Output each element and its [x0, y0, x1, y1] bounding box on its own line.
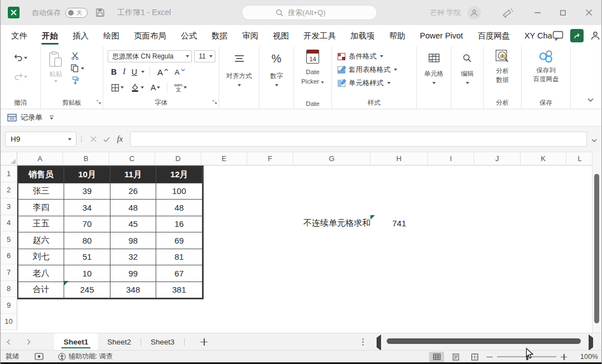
insert-function-button[interactable]: fx	[113, 134, 127, 144]
column-header-h[interactable]: H	[370, 152, 428, 165]
column-header-b[interactable]: B	[63, 152, 109, 165]
table-cell-d3[interactable]: 48	[156, 200, 203, 216]
tab-data[interactable]: 数据	[204, 25, 235, 46]
column-header-e[interactable]: E	[201, 152, 247, 165]
row-header-7[interactable]: 7	[1, 264, 17, 281]
name-box-dropdown[interactable]	[64, 138, 76, 140]
table-header-cell[interactable]: 11月	[110, 167, 156, 183]
tab-addins[interactable]: 加载项	[343, 25, 382, 46]
vertical-scrollbar[interactable]	[592, 152, 601, 333]
alignment-group[interactable]: 对齐方式	[219, 46, 259, 109]
record-form-button[interactable]: 记录单	[7, 113, 54, 123]
horizontal-scrollbar-thumb[interactable]	[387, 338, 581, 344]
enter-formula-button[interactable]	[100, 137, 113, 142]
tab-formulas[interactable]: 公式	[174, 25, 204, 46]
table-cell-c6[interactable]: 32	[110, 249, 156, 266]
italic-button[interactable]: I	[121, 66, 128, 78]
save-to-baidu-button[interactable]: 保存到百度网盘	[533, 50, 559, 84]
table-cell-c3[interactable]: 48	[110, 200, 156, 216]
copy-button[interactable]	[71, 64, 84, 72]
select-all-corner[interactable]	[1, 152, 17, 165]
column-header-k[interactable]: K	[521, 152, 566, 165]
table-cell-d6[interactable]: 81	[156, 249, 203, 266]
editing-group[interactable]: 编辑	[451, 46, 484, 109]
table-cell-c5[interactable]: 98	[110, 232, 156, 249]
row-header-10[interactable]: 10	[1, 314, 17, 331]
column-header-i[interactable]: I	[428, 152, 474, 165]
tab-help[interactable]: 帮助	[382, 25, 413, 46]
table-cell-c8[interactable]: 348	[110, 282, 156, 299]
table-cell-a2[interactable]: 张三	[18, 183, 64, 200]
table-cell-b7[interactable]: 10	[64, 265, 110, 282]
autosave-toggle[interactable]: 关	[65, 8, 88, 18]
table-header-cell[interactable]: 10月	[64, 167, 110, 183]
person-icon[interactable]	[590, 31, 600, 41]
column-header-j[interactable]: J	[474, 152, 521, 165]
table-cell-c7[interactable]: 99	[110, 265, 156, 282]
cell-styles-button[interactable]: 单元格样式	[332, 76, 416, 90]
cancel-formula-button[interactable]	[86, 136, 100, 142]
name-box[interactable]: H9	[5, 132, 76, 147]
row-header-8[interactable]: 8	[1, 281, 17, 298]
new-sheet-button[interactable]	[195, 333, 214, 350]
tab-insert[interactable]: 插入	[65, 25, 96, 46]
column-header-c[interactable]: C	[109, 152, 155, 165]
row-header-5[interactable]: 5	[1, 231, 17, 248]
next-sheet-button[interactable]	[18, 333, 36, 350]
tab-developer[interactable]: 开发工具	[296, 25, 343, 46]
close-button[interactable]	[576, 0, 601, 25]
number-group[interactable]: % 数字	[259, 46, 294, 109]
tab-page-layout[interactable]: 页面布局	[127, 25, 174, 46]
share-icon[interactable]	[570, 29, 584, 42]
zoom-out-button[interactable]	[487, 354, 493, 360]
zoom-in-button[interactable]	[561, 354, 567, 360]
table-cell-b5[interactable]: 80	[64, 232, 110, 249]
sheet-tab-sheet1[interactable]: Sheet1	[54, 333, 98, 350]
table-cell-d4[interactable]: 16	[156, 216, 203, 233]
search-input[interactable]: 搜索(Alt+Q)	[242, 5, 377, 20]
page-break-view-button[interactable]	[467, 352, 482, 362]
note-label-cell-g4[interactable]: 不连续单元格求和	[277, 215, 370, 232]
column-header-g[interactable]: G	[293, 152, 370, 165]
shrink-font-button[interactable]: A	[172, 66, 187, 78]
phonetic-guide-button[interactable]: wén 文	[172, 81, 189, 94]
font-color-button[interactable]: A	[148, 81, 162, 94]
redo-button[interactable]	[12, 71, 30, 83]
table-cell-b3[interactable]: 34	[64, 200, 110, 216]
tab-review[interactable]: 审阅	[235, 25, 266, 46]
tab-scrollbar-splitter[interactable]	[362, 338, 364, 346]
accessibility-status[interactable]: 辅助功能: 调查	[58, 352, 113, 361]
row-header-1[interactable]: 1	[1, 166, 17, 182]
sheet-tab-sheet2[interactable]: Sheet2	[98, 333, 141, 350]
font-name-select[interactable]: 思源黑体 CN Regula	[108, 50, 192, 62]
table-cell-a7[interactable]: 老八	[18, 265, 64, 282]
font-dialog-launcher[interactable]	[213, 96, 217, 106]
fill-color-button[interactable]	[128, 81, 146, 94]
scroll-right-arrow[interactable]	[589, 338, 593, 348]
formula-input[interactable]	[130, 132, 587, 147]
table-cell-a4[interactable]: 王五	[18, 216, 64, 233]
previous-sheet-button[interactable]	[1, 333, 18, 350]
excel-logo-icon[interactable]	[8, 7, 20, 18]
comments-icon[interactable]	[552, 31, 564, 41]
formula-bar-handle[interactable]	[78, 137, 85, 142]
conditional-formatting-button[interactable]: 条件格式	[332, 50, 416, 63]
tab-home[interactable]: 开始	[35, 25, 65, 46]
row-header-3[interactable]: 3	[1, 198, 17, 215]
table-cell-b4[interactable]: 70	[64, 216, 110, 233]
row-header-9[interactable]: 9	[1, 297, 17, 314]
collapse-ribbon-chevron[interactable]	[587, 94, 594, 104]
page-layout-view-button[interactable]	[448, 352, 463, 362]
date-picker-label[interactable]: Date Picker	[299, 67, 327, 86]
table-header-cell[interactable]: 12月	[156, 167, 203, 183]
table-cell-a3[interactable]: 李四	[18, 200, 64, 216]
avatar[interactable]	[468, 6, 481, 20]
whats-new-icon[interactable]	[502, 8, 513, 18]
sheet-tab-sheet3[interactable]: Sheet3	[141, 333, 184, 350]
date-picker-icon[interactable]: 14	[306, 50, 319, 64]
tab-draw[interactable]: 绘图	[96, 25, 127, 46]
format-as-table-button[interactable]: 套用表格格式	[332, 63, 416, 76]
normal-view-button[interactable]	[429, 352, 444, 362]
cells-group[interactable]: 单元格	[417, 46, 451, 109]
row-header-2[interactable]: 2	[1, 182, 17, 199]
